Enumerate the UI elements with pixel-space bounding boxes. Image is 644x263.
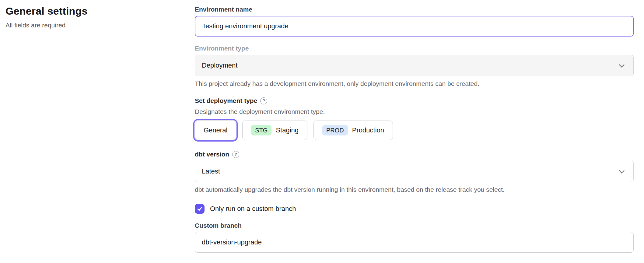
prod-badge: PROD bbox=[322, 125, 348, 135]
general-settings-page: General settings All fields are required… bbox=[0, 0, 644, 263]
deployment-option-label: Staging bbox=[276, 126, 299, 134]
dbt-version-select[interactable]: Latest bbox=[195, 161, 634, 182]
stg-badge: STG bbox=[251, 125, 271, 135]
custom-branch-label: Custom branch bbox=[195, 222, 634, 230]
deployment-type-helper: Designates the deployment environment ty… bbox=[195, 108, 634, 116]
page-subtitle: All fields are required bbox=[5, 21, 176, 29]
checkbox-checked-icon[interactable] bbox=[195, 204, 205, 214]
help-icon[interactable]: ? bbox=[260, 97, 267, 104]
check-icon bbox=[197, 206, 203, 212]
environment-name-label: Environment name bbox=[195, 5, 634, 13]
deployment-option-label: General bbox=[204, 126, 227, 134]
environment-settings-form: Environment name Environment type Deploy… bbox=[195, 0, 634, 253]
chevron-down-icon bbox=[619, 62, 624, 67]
deployment-option-production[interactable]: PROD Production bbox=[313, 121, 393, 140]
deployment-option-staging[interactable]: STG Staging bbox=[242, 121, 307, 140]
environment-name-input[interactable] bbox=[195, 16, 634, 37]
custom-branch-checkbox-row[interactable]: Only run on a custom branch bbox=[195, 204, 634, 214]
deployment-type-label: Set deployment type ? bbox=[195, 97, 634, 105]
environment-type-helper: This project already has a development e… bbox=[195, 80, 634, 88]
custom-branch-input[interactable] bbox=[195, 232, 634, 253]
chevron-down-icon bbox=[619, 168, 624, 173]
dbt-version-value: Latest bbox=[202, 167, 220, 175]
deployment-option-label: Production bbox=[352, 126, 384, 134]
custom-branch-checkbox-label: Only run on a custom branch bbox=[210, 205, 296, 213]
deployment-option-general[interactable]: General bbox=[195, 121, 236, 140]
environment-type-value: Deployment bbox=[202, 61, 237, 69]
help-icon[interactable]: ? bbox=[232, 151, 239, 158]
environment-type-select[interactable]: Deployment bbox=[195, 55, 634, 76]
page-title: General settings bbox=[5, 4, 176, 18]
settings-intro: General settings All fields are required bbox=[5, 4, 176, 29]
deployment-type-options: General STG Staging PROD Production bbox=[195, 121, 634, 140]
environment-type-label: Environment type bbox=[195, 44, 634, 52]
dbt-version-helper: dbt automatically upgrades the dbt versi… bbox=[195, 186, 634, 194]
dbt-version-label: dbt version ? bbox=[195, 150, 634, 158]
